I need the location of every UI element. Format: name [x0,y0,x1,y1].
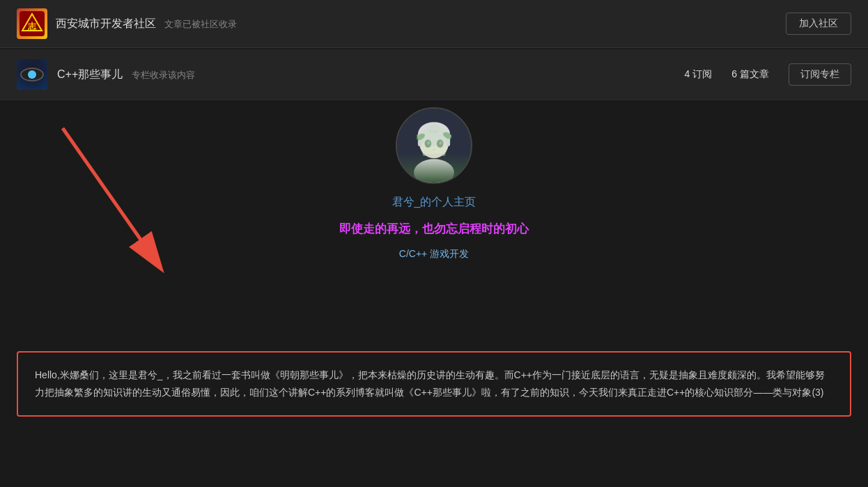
red-arrow [42,114,195,295]
community-bar: 志 西安城市开发者社区 文章已被社区收录 加入社区 [0,0,868,48]
svg-line-4 [63,128,160,268]
eye-icon [20,68,44,82]
svg-rect-18 [429,127,438,133]
profile-motto: 即使走的再远，也勿忘启程时的初心 [339,221,529,237]
column-bar-right: 4订阅 6篇文章 订阅专栏 [684,63,851,86]
svg-point-16 [415,132,426,141]
article-count: 6篇文章 [731,68,772,81]
svg-point-15 [433,149,435,150]
column-info: C++那些事儿 专栏收录该内容 [57,68,195,82]
profile-tags: C/C++ 游戏开发 [399,248,469,261]
svg-rect-9 [418,133,422,146]
svg-point-17 [442,131,454,140]
article-intro-text: Hello,米娜桑们，这里是君兮_，我之前看过一套书叫做《明朝那些事儿》，把本来… [35,369,825,398]
profile-section: 君兮_的个人主页 即使走的再远，也勿忘启程时的初心 C/C++ 游戏开发 [339,107,529,261]
svg-point-6 [414,159,454,183]
profile-link[interactable]: 君兮_的个人主页 [392,195,476,210]
svg-point-19 [428,124,439,131]
svg-point-12 [437,139,444,148]
community-bar-left: 志 西安城市开发者社区 文章已被社区收录 [17,8,237,39]
community-logo: 志 [17,8,47,39]
avatar-image [397,109,471,183]
column-avatar-bg [17,59,47,90]
article-intro-box: Hello,米娜桑们，这里是君兮_，我之前看过一套书叫做《明朝那些事儿》，把本来… [17,351,851,417]
svg-point-11 [425,139,432,148]
column-desc: 专栏收录该内容 [132,70,195,80]
community-info: 西安城市开发者社区 文章已被社区收录 [56,17,237,31]
svg-point-14 [440,141,442,145]
community-name: 西安城市开发者社区 [56,17,156,29]
column-bar: C++那些事儿 专栏收录该内容 4订阅 6篇文章 订阅专栏 [0,49,868,100]
column-name: C++那些事儿 [57,68,123,80]
community-tag: 文章已被社区收录 [164,19,237,29]
column-bar-left: C++那些事儿 专栏收录该内容 [17,59,195,90]
column-avatar [17,59,47,90]
svg-point-8 [418,122,450,146]
svg-text:志: 志 [27,22,37,31]
svg-point-7 [419,126,449,158]
svg-point-13 [427,141,430,145]
hero-area: 君兮_的个人主页 即使走的再远，也勿忘启程时的初心 C/C++ 游戏开发 [0,107,868,330]
profile-avatar [396,107,472,184]
svg-rect-5 [397,109,471,183]
subscribe-column-button[interactable]: 订阅专栏 [789,63,851,86]
subscriber-count: 4订阅 [684,68,715,81]
svg-rect-10 [446,133,450,146]
join-community-button[interactable]: 加入社区 [786,13,851,35]
